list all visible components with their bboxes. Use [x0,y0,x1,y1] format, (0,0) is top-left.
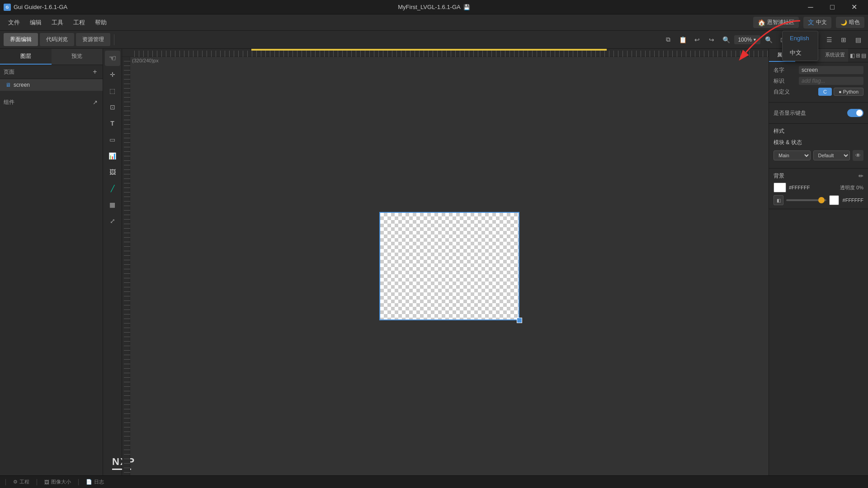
module-state-row: Main Default 👁 [774,150,863,161]
tab-icon-2[interactable]: ⊞ [856,52,860,59]
components-label: 组件 [4,99,14,106]
copy-button[interactable]: ⧉ [662,33,675,46]
widget2-button[interactable]: ⊡ [105,99,120,115]
status-project: ⚙ 工程 [13,479,29,485]
bg-title-row: 背景 ✏ [774,172,863,180]
bg-color-value: #FFFFFF [789,185,837,190]
layout-btn-3[interactable]: ▤ [852,33,864,46]
menu-project[interactable]: 工程 [69,17,90,28]
line-button[interactable]: ╱ [105,181,120,196]
canvas-frame[interactable] [379,212,519,320]
id-row: 标识 add flag... [774,77,863,85]
bg-color-swatch[interactable] [774,183,786,192]
tab-icon-3[interactable]: ▤ [861,52,866,59]
lang-option-english[interactable]: English [783,31,818,45]
lang-icon: 文 [808,19,814,27]
app-icon: G [4,4,11,11]
image-icon: 🖼 [44,479,49,485]
screen-copy-button[interactable]: 📋 [676,33,689,46]
project-title: MyFirst_LVGL-1.6.1-GA [398,4,460,10]
tab-resources[interactable]: 资源管理 [76,33,110,46]
slider-thumb[interactable] [818,197,825,203]
bg-color-swatch-2[interactable] [829,195,839,205]
tab-layers[interactable]: 图层 [0,49,52,65]
menu-edit[interactable]: 编辑 [25,17,46,28]
canvas-area[interactable]: (320/240)px [122,49,769,475]
tab-code-browser[interactable]: 代码浏览 [40,33,74,46]
rect-button[interactable]: ▭ [105,132,120,147]
pointer-tool-button[interactable]: ☜ [105,51,120,66]
custom-c-button[interactable]: C [818,88,832,96]
menu-tools[interactable]: 工具 [47,17,68,28]
log-icon: 📄 [86,479,92,485]
id-value[interactable]: add flag... [799,77,863,85]
bg-color-row: #FFFFFF 透明度 0% [774,183,863,192]
export-components-button[interactable]: ↗ [91,98,99,106]
left-panel: 图层 预览 页面 + 🖥 screen 组件 ↗ [0,49,103,475]
community-label: 恩智浦社区 [767,19,794,26]
qr-button[interactable]: ▦ [105,197,120,212]
module-state-text: 模块 & 状态 [774,139,802,146]
canvas-content [130,57,769,475]
menu-bar-right: 🏠 恩智浦社区 文 中文 🌙 暗色 [753,17,864,28]
module-select[interactable]: Main [774,150,811,160]
screen-icon: 🖥 [5,82,11,88]
lang-button[interactable]: 文 中文 [803,17,831,28]
moon-icon: 🌙 [840,19,847,26]
gradient-icon-symbol: ◧ [777,198,781,203]
text-button[interactable]: T [105,116,120,131]
status-bar: ⚙ 工程 🖼 图像大小 📄 日志 [0,475,868,488]
custom-python-button[interactable]: ● Python [834,88,863,96]
name-label: 名字 [774,66,796,74]
menu-bar: 文件 编辑 工具 工程 帮助 🏠 恩智浦社区 文 中文 🌙 暗色 [0,14,868,31]
status-log: 📄 日志 [86,479,104,485]
screen-label: screen [14,82,30,88]
add-page-button[interactable]: + [91,68,99,76]
undo-button[interactable]: ↩ [691,33,703,46]
maximize-button[interactable]: □ [822,0,843,14]
layout-btn-1[interactable]: ☰ [823,33,835,46]
bg-slider-row: ◧ #FFFFFF [774,195,863,205]
redo-button[interactable]: ↪ [705,33,718,46]
tab-preview[interactable]: 预览 [52,49,103,65]
zoom-in-button[interactable]: 🔍 [762,33,775,46]
zoom-value: 100% [738,37,752,43]
left-tabs: 图层 预览 [0,49,103,65]
keyboard-toggle[interactable] [847,109,863,117]
module-state-label: 模块 & 状态 [774,139,863,146]
keyboard-label: 是否显示键盘 [774,109,806,117]
visibility-button[interactable]: 👁 [853,150,863,161]
tab-icon-1[interactable]: ◧ [850,52,855,59]
coords-label: (320/240)px [132,58,159,63]
canvas-inner [380,213,519,319]
layout-btn-2[interactable]: ⊞ [837,33,850,46]
resize-handle[interactable] [517,318,522,323]
image-button[interactable]: 🖼 [105,164,120,180]
state-select[interactable]: Default [813,150,850,160]
tab-system-settings[interactable]: 系统设置 [822,49,848,62]
fullscreen-button[interactable]: ⤢ [105,213,120,229]
status-sep-1 [5,479,6,485]
community-button[interactable]: 🏠 恩智浦社区 [753,17,799,28]
status-sep-3 [78,479,79,485]
lang-option-chinese[interactable]: 中文 [783,45,818,61]
dark-button[interactable]: 🌙 暗色 [836,17,864,28]
name-value[interactable]: screen [799,66,863,74]
community-icon: 🏠 [758,19,765,26]
menu-help[interactable]: 帮助 [90,17,111,28]
settings-status-icon: ⚙ [13,479,18,485]
close-button[interactable]: ✕ [844,0,864,14]
screen-item[interactable]: 🖥 screen [0,79,103,91]
bg-color-value-2: #FFFFFF [843,197,863,203]
move-tool-button[interactable]: ✛ [105,67,120,82]
menu-file[interactable]: 文件 [4,17,24,28]
minimize-button[interactable]: ─ [800,0,821,14]
custom-row: 自定义 C ● Python [774,88,863,96]
title-bar-left: G Gui Guider-1.6.1-GA [4,4,67,11]
zoom-out-button[interactable]: 🔍 [720,33,732,46]
tab-ui-editor[interactable]: 界面编辑 [4,33,38,46]
chart-button[interactable]: 📊 [105,148,120,164]
opacity-slider[interactable] [786,199,826,201]
edit-bg-button[interactable]: ✏ [859,173,863,179]
widget-select-button[interactable]: ⬚ [105,83,120,99]
